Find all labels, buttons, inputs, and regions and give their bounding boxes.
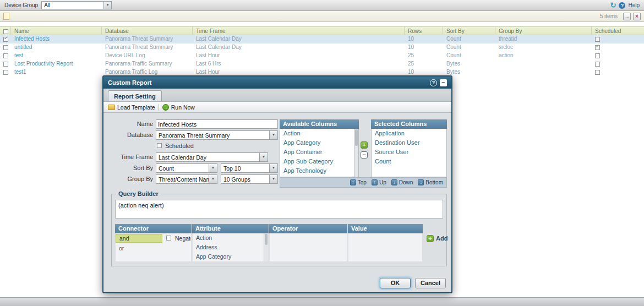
list-item[interactable]: App Container: [280, 147, 358, 157]
report-groupby: srcloc: [495, 43, 592, 52]
device-group-value: All: [42, 2, 103, 9]
list-item[interactable]: Destination User: [372, 138, 446, 147]
negate-checkbox[interactable]: [166, 236, 171, 241]
connector-and[interactable]: and: [116, 234, 162, 243]
chevron-down-icon: ▼: [269, 131, 277, 139]
group-by-limit-value: 10 Groups: [221, 175, 269, 183]
chevron-down-icon: ▼: [209, 175, 217, 183]
report-name-link[interactable]: untitled: [11, 43, 102, 52]
list-item[interactable]: Action: [280, 129, 358, 138]
connector-or[interactable]: or: [119, 245, 124, 252]
move-down-button[interactable]: ↓Down: [391, 179, 413, 185]
scrollbar-thumb[interactable]: [355, 129, 358, 146]
select-all-checkbox[interactable]: [3, 29, 8, 34]
load-template-button[interactable]: Load Template: [108, 104, 155, 111]
scheduled-cell: [592, 52, 644, 60]
scrollbar-thumb[interactable]: [265, 234, 268, 245]
column-header-scheduled[interactable]: Scheduled: [592, 27, 644, 35]
add-icon[interactable]: +: [427, 235, 434, 242]
database-select-value: Panorama Threat Summary: [156, 131, 269, 139]
move-top-button[interactable]: ↑Top: [350, 179, 367, 185]
remove-column-icon[interactable]: −: [361, 151, 368, 159]
scheduled-checkbox[interactable]: [595, 62, 600, 67]
table-row[interactable]: Lost Productivity Report Panorama Traffi…: [0, 60, 644, 68]
report-database: Panorama Traffic Summary: [102, 60, 193, 68]
column-header-rows[interactable]: Rows: [405, 27, 443, 35]
column-header-name[interactable]: Name: [11, 27, 102, 35]
dialog-titlebar: Custom Report ? −: [103, 76, 451, 89]
query-column-value: Value: [348, 224, 423, 233]
report-name-link[interactable]: test1: [11, 68, 102, 76]
column-header-groupby[interactable]: Group By: [495, 27, 592, 35]
move-up-button[interactable]: ↑Up: [372, 179, 386, 185]
export-icon[interactable]: →: [623, 13, 631, 20]
add-column-icon[interactable]: +: [361, 141, 368, 149]
database-select[interactable]: Panorama Threat Summary ▼: [156, 130, 278, 140]
move-bottom-button[interactable]: ↓Bottom: [418, 179, 443, 185]
ok-button[interactable]: OK: [380, 278, 411, 288]
table-row[interactable]: untitled Panorama Threat Summary Last Ca…: [0, 43, 644, 52]
name-input[interactable]: [156, 119, 278, 129]
report-groupby: action: [495, 52, 592, 60]
close-icon[interactable]: ×: [633, 13, 641, 20]
query-input[interactable]: (action neq alert): [115, 200, 443, 218]
time-frame-select[interactable]: Last Calendar Day ▼: [156, 152, 268, 162]
list-item[interactable]: Count: [372, 157, 446, 166]
table-header: Name Database Time Frame Rows Sort By Gr…: [0, 26, 644, 35]
scheduled-checkbox[interactable]: [595, 53, 600, 58]
column-header-sortby[interactable]: Sort By: [443, 27, 495, 35]
run-now-button[interactable]: → Run Now: [162, 104, 195, 111]
attribute-item[interactable]: Address: [196, 243, 217, 252]
list-item[interactable]: App Sub Category: [280, 157, 358, 166]
group-by-limit-select[interactable]: 10 Groups ▼: [221, 174, 278, 184]
scheduled-checkbox[interactable]: [595, 37, 600, 42]
column-header-timeframe[interactable]: Time Frame: [193, 27, 405, 35]
scrollbar[interactable]: [354, 129, 358, 177]
report-sortby: Bytes: [443, 60, 495, 68]
sort-by-limit-select[interactable]: Top 10 ▼: [221, 163, 278, 173]
table-row[interactable]: ✓ Infected Hosts Panorama Threat Summary…: [0, 35, 644, 43]
scheduled-cell: [592, 35, 644, 43]
attribute-item[interactable]: Action: [196, 233, 212, 243]
row-checkbox[interactable]: ✓: [3, 37, 8, 42]
attribute-item[interactable]: App Category: [196, 252, 231, 261]
tab-report-setting[interactable]: Report Setting: [108, 90, 162, 101]
row-checkbox-cell: [0, 52, 11, 60]
chevron-down-icon[interactable]: ▼: [103, 2, 111, 9]
cancel-button[interactable]: Cancel: [415, 278, 446, 288]
group-by-select[interactable]: Threat/Content Name ▼: [156, 174, 217, 184]
list-item[interactable]: App Technology: [280, 166, 358, 176]
sort-by-select[interactable]: Count ▼: [156, 163, 217, 173]
device-group-select[interactable]: All ▼: [41, 1, 112, 9]
row-checkbox[interactable]: [3, 45, 8, 50]
column-header-database[interactable]: Database: [102, 27, 193, 35]
scheduled-checkbox[interactable]: [157, 143, 162, 148]
row-checkbox[interactable]: [3, 70, 8, 75]
report-name-link[interactable]: Lost Productivity Report: [11, 60, 102, 68]
add-condition-button[interactable]: Add: [436, 235, 447, 242]
list-item[interactable]: Application: [372, 129, 446, 138]
dialog-help-icon[interactable]: ?: [430, 79, 437, 86]
row-checkbox[interactable]: [3, 53, 8, 58]
scheduled-checkbox[interactable]: ✓: [595, 45, 600, 50]
dialog-minimize-icon[interactable]: −: [440, 79, 447, 86]
scheduled-checkbox[interactable]: [595, 70, 600, 75]
query-builder-section: Query Builder (action neq alert) Connect…: [111, 194, 447, 266]
select-all-checkbox-cell: [0, 27, 11, 35]
list-item[interactable]: App Category: [280, 138, 358, 147]
report-icon[interactable]: [3, 13, 9, 20]
list-item[interactable]: Source User: [372, 147, 446, 157]
report-name-link[interactable]: test: [11, 52, 102, 60]
scheduled-check-icon: ✓: [596, 43, 600, 49]
move-down-label: Down: [399, 179, 413, 185]
help-link[interactable]: Help: [628, 2, 640, 8]
row-checkbox[interactable]: [3, 62, 8, 67]
refresh-icon[interactable]: ↻: [610, 1, 616, 9]
scrollbar[interactable]: [264, 233, 268, 261]
report-sortby: Count: [443, 52, 495, 60]
negate-label: Negate: [175, 235, 192, 242]
table-row[interactable]: test Device URL Log Last Hour 25 Count a…: [0, 52, 644, 60]
report-name-link[interactable]: Infected Hosts: [11, 35, 102, 43]
help-icon[interactable]: ?: [619, 2, 625, 9]
list-toolbar: 5 items → ×: [0, 11, 644, 22]
